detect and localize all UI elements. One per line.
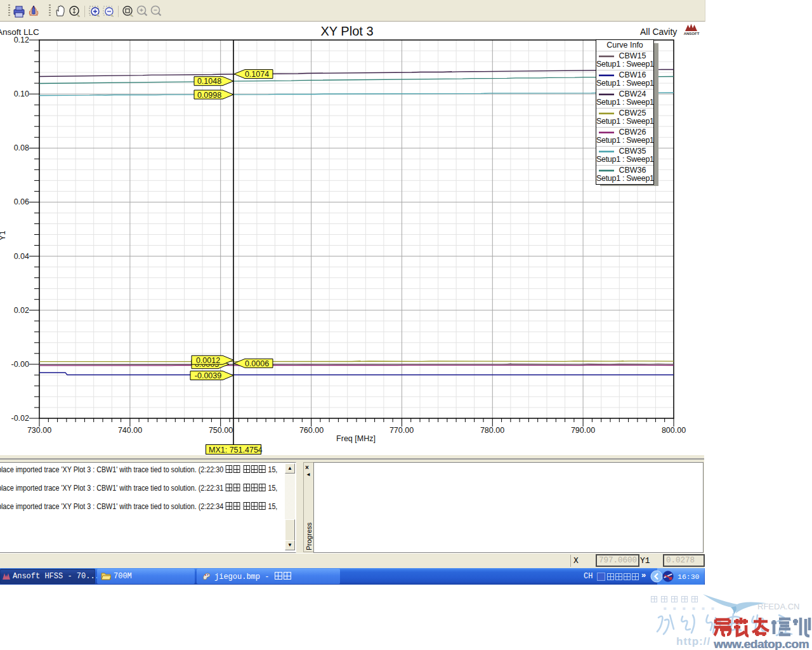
svg-text:0.10: 0.10 [14,90,29,98]
svg-text:750.00: 750.00 [209,426,233,435]
svg-text:0.02: 0.02 [14,306,29,315]
svg-text:Y1: Y1 [0,230,7,240]
svg-text:0.1048: 0.1048 [197,77,221,86]
svg-text:-0.02: -0.02 [11,414,30,423]
svg-text:740.00: 740.00 [118,426,142,435]
svg-text:Freq [MHz]: Freq [MHz] [336,434,376,443]
svg-text:730.00: 730.00 [27,426,51,435]
svg-text:0.0998: 0.0998 [197,91,221,100]
svg-text:0.1074: 0.1074 [245,70,269,79]
svg-text:0.0012: 0.0012 [196,356,220,365]
svg-text:0.12: 0.12 [14,36,29,44]
svg-text:MX1: 751.4754: MX1: 751.4754 [209,446,263,454]
svg-text:0.04: 0.04 [14,252,29,261]
svg-text:770.00: 770.00 [390,426,414,435]
svg-text:0.06: 0.06 [14,197,29,206]
svg-text:760.00: 760.00 [299,426,324,435]
svg-text:-0.0039: -0.0039 [195,371,221,380]
svg-text:0.0006: 0.0006 [245,359,269,368]
svg-text:790.00: 790.00 [571,426,595,435]
svg-text:780.00: 780.00 [480,426,504,435]
svg-text:800.00: 800.00 [662,426,686,435]
svg-text:0.08: 0.08 [14,143,29,152]
svg-text:-0.00: -0.00 [11,360,30,369]
